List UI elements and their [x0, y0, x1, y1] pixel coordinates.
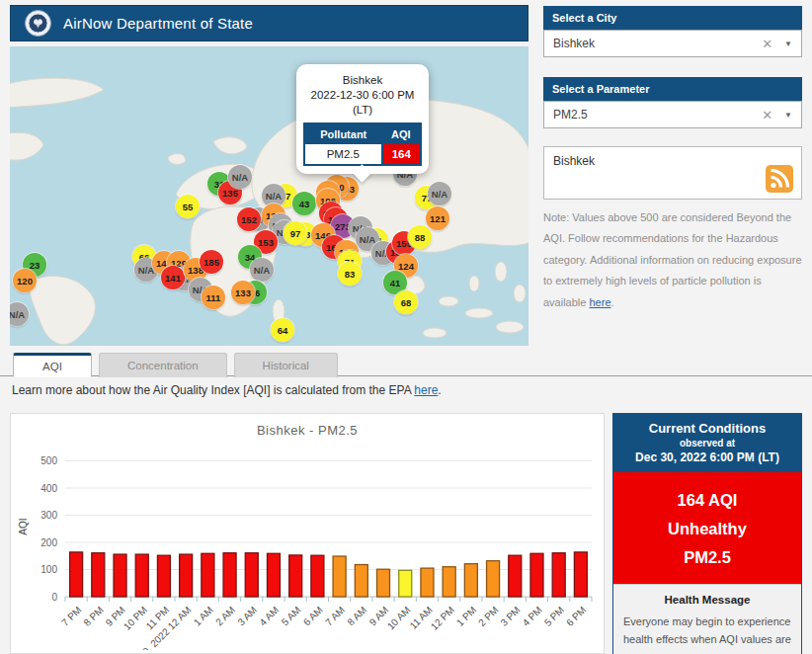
- map-marker[interactable]: 64: [271, 318, 294, 342]
- aqi-bar[interactable]: [92, 553, 105, 597]
- aqi-bar[interactable]: [223, 553, 236, 597]
- map-marker[interactable]: 55: [176, 195, 200, 218]
- beyond-aqi-note: Note: Values above 500 are considered Be…: [543, 207, 802, 313]
- x-category-label: 2 PM: [476, 605, 500, 628]
- x-category-label: 8 PM: [81, 605, 105, 628]
- aqi-bar[interactable]: [202, 553, 214, 597]
- aqi-bar[interactable]: [157, 555, 170, 597]
- y-tick-label: 200: [41, 537, 57, 548]
- map-marker-no-data[interactable]: N/A: [250, 258, 274, 282]
- cc-aqi-value: 164 AQI: [613, 486, 801, 515]
- page: AirNow Department of State: [0, 0, 812, 654]
- learn-more-period: .: [438, 383, 441, 397]
- y-axis-label: AQI: [18, 518, 29, 534]
- aqi-bar-chart: 0100200300400500AQI7 PM8 PM9 PM10 PM11 P…: [11, 438, 604, 650]
- city-clear-icon[interactable]: ✕: [762, 37, 772, 51]
- cc-aqi-category: Unhealthy: [613, 515, 801, 543]
- select-parameter-header: Select a Parameter: [543, 77, 802, 101]
- aqi-bar[interactable]: [114, 554, 126, 597]
- aqi-bar[interactable]: [333, 556, 346, 597]
- aqi-bar[interactable]: [443, 567, 455, 597]
- rss-feed-icon[interactable]: [766, 165, 793, 193]
- map-marker[interactable]: 88: [408, 225, 432, 249]
- tab-bar: AQI Concentration Historical: [13, 353, 338, 377]
- learn-more-text: Learn more about how the Air Quality Ind…: [12, 383, 414, 397]
- map-marker-no-data[interactable]: N/A: [428, 182, 451, 205]
- aqi-bar[interactable]: [464, 564, 477, 597]
- x-category-label: 7 PM: [59, 605, 83, 628]
- map-marker[interactable]: 68: [394, 290, 418, 314]
- select-city-header: Select a City: [543, 6, 802, 30]
- app-header: AirNow Department of State: [10, 5, 528, 41]
- aqi-bar[interactable]: [180, 554, 193, 597]
- map-marker[interactable]: 133: [231, 281, 255, 304]
- current-conditions-panel: Current Conditions observed at Dec 30, 2…: [612, 413, 802, 654]
- city-select[interactable]: Bishkek ✕ ▼: [543, 30, 802, 57]
- city-feed-box: Bishkek: [543, 146, 802, 200]
- x-category-label: 3 PM: [498, 605, 522, 628]
- note-here-link[interactable]: here: [589, 296, 610, 308]
- y-tick-label: 300: [41, 510, 57, 521]
- x-category-label: 7 AM: [323, 605, 347, 628]
- aqi-bar[interactable]: [377, 569, 390, 597]
- parameter-select-value: PM2.5: [553, 108, 588, 122]
- popup-datetime: 2022-12-30 6:00 PM: [303, 88, 422, 103]
- x-category-label: 4 AM: [257, 605, 281, 628]
- city-caret-down-icon[interactable]: ▼: [784, 40, 792, 48]
- right-sidebar: Select a City Bishkek ✕ ▼ Select a Param…: [543, 6, 802, 313]
- aqi-bar[interactable]: [509, 555, 522, 597]
- aqi-chart-panel: Bishkek - PM2.5 0100200300400500AQI7 PM8…: [10, 413, 605, 654]
- cc-health-block: Health Message Everyone may begin to exp…: [613, 584, 801, 654]
- map-marker[interactable]: 121: [426, 206, 449, 230]
- aqi-bar[interactable]: [267, 553, 280, 597]
- x-category-label: 10 AM: [385, 605, 413, 632]
- world-aqi-map[interactable]: 23120N/A5531135N/A67N/A43N/A152132N/A73N…: [10, 46, 528, 346]
- x-category-label: 5 AM: [280, 605, 303, 628]
- aqi-bar[interactable]: [70, 552, 83, 597]
- parameter-select[interactable]: PM2.5 ✕ ▼: [543, 101, 802, 128]
- map-marker[interactable]: 185: [200, 250, 223, 274]
- tab-historical[interactable]: Historical: [234, 353, 338, 377]
- aqi-bar[interactable]: [245, 553, 258, 597]
- parameter-clear-icon[interactable]: ✕: [762, 108, 772, 123]
- popup-city: Bishkek: [303, 73, 422, 88]
- tab-concentration[interactable]: Concentration: [99, 353, 227, 377]
- x-category-label: 6 PM: [564, 605, 588, 628]
- aqi-bar[interactable]: [399, 570, 412, 597]
- map-marker[interactable]: 43: [292, 192, 316, 215]
- department-of-state-seal-icon: [25, 10, 51, 37]
- aqi-bar[interactable]: [487, 561, 500, 597]
- map-marker[interactable]: 120: [13, 269, 37, 292]
- aqi-bar[interactable]: [135, 554, 148, 597]
- cc-datetime: Dec 30, 2022 6:00 PM (LT): [617, 450, 797, 464]
- x-category-label: 3 AM: [235, 605, 259, 628]
- feed-city-label: Bishkek: [553, 154, 595, 168]
- current-conditions-header: Current Conditions observed at Dec 30, 2…: [613, 414, 801, 472]
- map-marker[interactable]: 141: [161, 266, 185, 289]
- aqi-bar[interactable]: [530, 553, 543, 597]
- aqi-bar[interactable]: [421, 568, 434, 597]
- map-marker-no-data[interactable]: N/A: [228, 165, 252, 189]
- map-marker[interactable]: 97: [284, 221, 307, 245]
- aqi-bar[interactable]: [355, 565, 367, 597]
- x-category-label: 5 PM: [542, 605, 566, 628]
- learn-more-here-link[interactable]: here: [414, 383, 438, 397]
- aqi-bar[interactable]: [311, 555, 324, 597]
- map-marker[interactable]: 152: [237, 207, 261, 231]
- x-category-label: 4 PM: [521, 605, 544, 628]
- aqi-bar[interactable]: [289, 555, 302, 597]
- tab-aqi[interactable]: AQI: [13, 353, 92, 377]
- aqi-bar[interactable]: [552, 553, 565, 597]
- x-category-label: 1 PM: [454, 605, 478, 628]
- cc-aqi-block: 164 AQI Unhealthy PM2.5: [613, 472, 801, 584]
- map-marker[interactable]: 111: [202, 286, 225, 309]
- x-category-label: 8 AM: [345, 605, 368, 628]
- note-text: Note: Values above 500 are considered Be…: [543, 211, 802, 308]
- parameter-caret-down-icon[interactable]: ▼: [784, 111, 792, 120]
- aqi-bar[interactable]: [574, 552, 587, 597]
- y-tick-label: 400: [41, 483, 57, 494]
- y-tick-label: 0: [51, 592, 57, 603]
- map-marker[interactable]: 83: [338, 262, 362, 286]
- map-popup: Bishkek 2022-12-30 6:00 PM (LT) Pollutan…: [296, 64, 429, 174]
- health-message-title: Health Message: [623, 594, 791, 606]
